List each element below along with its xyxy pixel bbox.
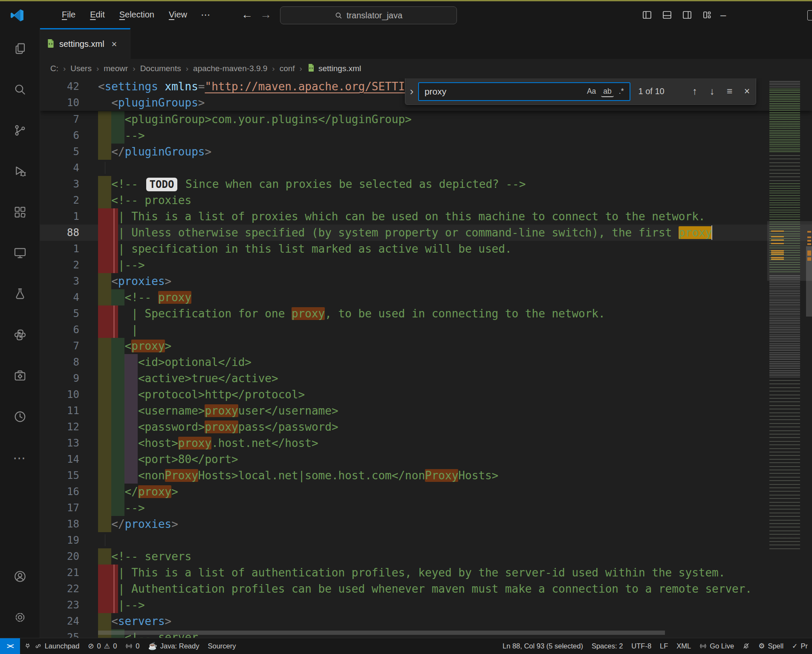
code-line[interactable]: 18 </proxies> xyxy=(40,516,812,532)
code-line[interactable]: 1 | This is a list of proxies which can … xyxy=(40,208,812,225)
status-notifications-muted[interactable] xyxy=(738,638,754,654)
status-launchpad[interactable]: Launchpad xyxy=(20,638,84,654)
tab-settings-xml[interactable]: settings.xml × xyxy=(40,28,130,59)
line-number[interactable]: 15 xyxy=(40,467,79,484)
status-remote-indicator[interactable]: >< xyxy=(0,638,20,654)
code-line[interactable]: 6 --> xyxy=(40,127,812,144)
code-line[interactable]: 17 --> xyxy=(40,500,812,516)
match-case-button[interactable]: Aa xyxy=(585,86,598,97)
close-tab-icon[interactable]: × xyxy=(112,39,117,50)
line-number[interactable]: 13 xyxy=(40,435,79,451)
line-number[interactable]: 24 xyxy=(40,613,79,629)
breadcrumb-item[interactable]: Documents xyxy=(139,64,182,73)
line-number[interactable]: 25 xyxy=(40,629,79,638)
line-number[interactable]: 5 xyxy=(40,305,79,322)
code-line[interactable]: 3 <proxies> xyxy=(40,273,812,289)
activity-extensions-icon[interactable] xyxy=(0,192,40,233)
code-line[interactable]: 3 <!-- TODO Since when can proxies be se… xyxy=(40,176,812,192)
activity-project-icon[interactable] xyxy=(0,355,40,396)
status-prettier[interactable]: ✓Pr xyxy=(788,638,812,654)
status-java-status[interactable]: ☕Java: Ready xyxy=(144,638,204,654)
line-number[interactable]: 1 xyxy=(40,241,79,257)
code-line[interactable]: 16 </proxy> xyxy=(40,484,812,500)
line-number[interactable]: 11 xyxy=(40,403,79,419)
status-go-live[interactable]: Go Live xyxy=(695,638,738,654)
activity-account-icon[interactable] xyxy=(0,556,40,597)
breadcrumb-item[interactable]: apache-maven-3.9.9 xyxy=(192,64,268,73)
breadcrumb-item[interactable]: meowr xyxy=(103,64,129,73)
breadcrumb-item[interactable]: Users xyxy=(69,64,92,73)
previous-match-button[interactable]: ↑ xyxy=(686,86,703,97)
code-line[interactable]: 19 xyxy=(40,532,812,548)
find-in-selection-button[interactable]: ≡ xyxy=(721,86,738,97)
menu-view[interactable]: View xyxy=(162,7,194,22)
line-number[interactable]: 4 xyxy=(40,160,79,176)
minimap[interactable] xyxy=(767,78,812,638)
code-line[interactable]: 4 xyxy=(40,160,812,176)
close-find-widget-icon[interactable]: × xyxy=(738,86,756,97)
line-number[interactable]: 17 xyxy=(40,500,79,516)
whole-word-button[interactable]: ab xyxy=(601,86,613,97)
menu-edit[interactable]: Edit xyxy=(83,7,112,22)
toggle-secondary-sidebar-icon[interactable] xyxy=(682,10,692,20)
status-spell[interactable]: ⚙Spell xyxy=(754,638,788,654)
customize-layout-icon[interactable] xyxy=(702,10,712,20)
code-editor[interactable]: 7 <pluginGroup>com.your.plugins</pluginG… xyxy=(40,78,812,638)
menu-selection[interactable]: Selection xyxy=(112,7,162,22)
minimize-button[interactable]: – xyxy=(720,1,726,28)
line-number[interactable]: 7 xyxy=(40,338,79,354)
code-line-current[interactable]: 88 | Unless otherwise specified (by syst… xyxy=(40,225,812,241)
code-line[interactable]: 15 <nonProxyHosts>local.net|some.host.co… xyxy=(40,467,812,484)
code-line[interactable]: 24 <servers> xyxy=(40,613,812,629)
history-back-button[interactable]: ← xyxy=(241,1,253,28)
activity-remote-explorer-icon[interactable] xyxy=(0,233,40,274)
line-number[interactable]: 3 xyxy=(40,273,79,289)
line-number[interactable]: 3 xyxy=(40,176,79,192)
activity-settings-gear-icon[interactable] xyxy=(0,597,40,638)
code-line[interactable]: 2 <!-- proxies xyxy=(40,192,812,208)
line-number[interactable]: 9 xyxy=(40,370,79,386)
code-line[interactable]: 1 | specification in this list marked as… xyxy=(40,241,812,257)
activity-python-icon[interactable] xyxy=(0,314,40,355)
code-line[interactable]: 12 <password>proxypass</password> xyxy=(40,419,812,435)
line-number[interactable]: 22 xyxy=(40,581,79,597)
status-cursor-position[interactable]: Ln 88, Col 93 (5 selected) xyxy=(498,638,587,654)
maximize-button[interactable] xyxy=(807,10,812,20)
line-number[interactable]: 6 xyxy=(40,322,79,338)
code-line[interactable]: 20 <!-- servers xyxy=(40,548,812,565)
line-number[interactable]: 5 xyxy=(40,144,79,160)
status-language-mode[interactable]: XML xyxy=(672,638,695,654)
line-number[interactable]: 14 xyxy=(40,451,79,467)
code-line[interactable]: 9 <active>true</active> xyxy=(40,370,812,386)
line-number[interactable]: 19 xyxy=(40,532,79,548)
line-number[interactable]: 10 xyxy=(40,95,79,111)
breadcrumb-item[interactable]: conf xyxy=(279,64,296,73)
code-line[interactable]: 14 <port>80</port> xyxy=(40,451,812,467)
code-line[interactable]: 10 <protocol>http</protocol> xyxy=(40,386,812,403)
regex-button[interactable]: .* xyxy=(617,86,626,97)
code-line[interactable]: 11 <username>proxyuser</username> xyxy=(40,403,812,419)
line-number[interactable]: 23 xyxy=(40,597,79,613)
next-match-button[interactable]: ↓ xyxy=(703,86,721,97)
status-encoding[interactable]: UTF-8 xyxy=(627,638,656,654)
code-line[interactable]: 2 |--> xyxy=(40,257,812,273)
line-number[interactable]: 18 xyxy=(40,516,79,532)
code-line[interactable]: 13 <host>proxy.host.net</host> xyxy=(40,435,812,451)
line-number[interactable]: 88 xyxy=(40,225,79,241)
code-line[interactable]: 22 | Authentication profiles can be used… xyxy=(40,581,812,597)
status-indentation[interactable]: Spaces: 2 xyxy=(587,638,627,654)
line-number[interactable]: 21 xyxy=(40,565,79,581)
status-ports[interactable]: 0 xyxy=(121,638,144,654)
status-eol[interactable]: LF xyxy=(656,638,672,654)
line-number[interactable]: 20 xyxy=(40,548,79,565)
line-number[interactable]: 2 xyxy=(40,257,79,273)
find-input[interactable]: proxy Aa ab .* xyxy=(418,82,631,101)
code-line[interactable]: 7 <proxy> xyxy=(40,338,812,354)
code-line[interactable]: 4 <!-- proxy xyxy=(40,289,812,305)
toggle-sidebar-icon[interactable] xyxy=(642,10,652,20)
line-number[interactable]: 10 xyxy=(40,386,79,403)
activity-search-icon[interactable] xyxy=(0,69,40,110)
line-number[interactable]: 2 xyxy=(40,192,79,208)
activity-timeline-icon[interactable] xyxy=(0,396,40,437)
line-number[interactable]: 6 xyxy=(40,127,79,144)
